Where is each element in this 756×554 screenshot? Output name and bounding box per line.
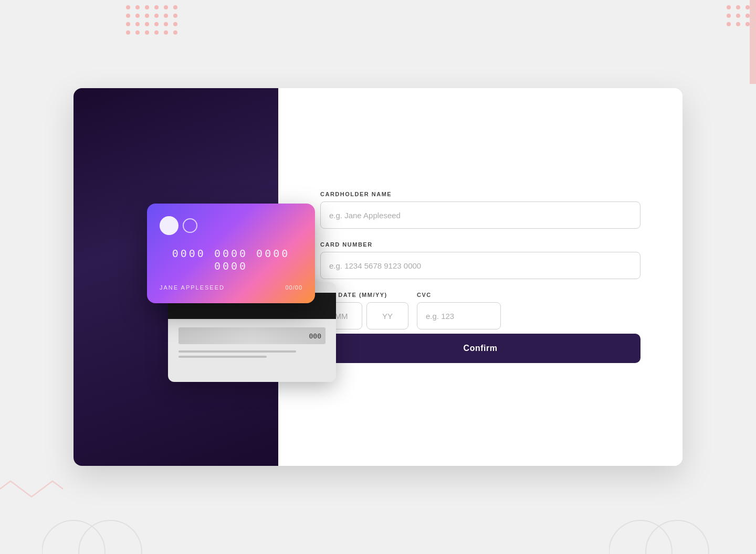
- decorative-circles-bottom-right: [609, 510, 714, 554]
- svg-point-0: [42, 520, 105, 554]
- cvc-input[interactable]: [417, 302, 501, 329]
- cvc-group: CVC: [417, 292, 501, 329]
- svg-point-1: [79, 520, 142, 554]
- cardholder-name-group: CARDHOLDER NAME: [320, 191, 640, 229]
- decorative-squiggle: [0, 478, 63, 502]
- card-bottom-info: JANE APPLESEED 00/00: [160, 284, 302, 291]
- cardholder-name-label: CARDHOLDER NAME: [320, 191, 640, 197]
- exp-cvc-row: EXP. DATE (MM/YY) CVC: [320, 292, 640, 329]
- decorative-circles-bottom-left: [42, 510, 147, 554]
- card-back-cvc-display: 000: [309, 332, 321, 340]
- card-expiry: 00/00: [285, 284, 302, 291]
- chip-circle-outline: [183, 218, 197, 233]
- card-number-label: CARD NUMBER: [320, 241, 640, 248]
- exp-year-input[interactable]: [366, 302, 408, 329]
- svg-point-2: [609, 520, 672, 554]
- svg-point-3: [646, 520, 709, 554]
- left-panel: 0000 0000 0000 0000 JANE APPLESEED 00/00…: [74, 88, 278, 466]
- main-card: 0000 0000 0000 0000 JANE APPLESEED 00/00…: [74, 88, 682, 466]
- card-number-group: CARD NUMBER: [320, 241, 640, 279]
- card-chip-area: [160, 216, 302, 235]
- cvc-label: CVC: [417, 292, 501, 298]
- card-back-lines: [178, 350, 326, 358]
- decorative-dots-right: [727, 5, 751, 26]
- card-back-sig-area: 000: [178, 327, 326, 344]
- card-back-sig-strip: 000: [178, 327, 326, 344]
- cardholder-name-input[interactable]: [320, 201, 640, 229]
- card-holder-name: JANE APPLESEED: [160, 284, 225, 291]
- credit-card-front: 0000 0000 0000 0000 JANE APPLESEED 00/00: [147, 204, 315, 303]
- confirm-button[interactable]: Confirm: [320, 334, 640, 363]
- decorative-dots-top: [126, 5, 178, 35]
- chip-circle-solid: [160, 216, 178, 235]
- right-panel: CARDHOLDER NAME CARD NUMBER EXP. DATE (M…: [278, 88, 682, 466]
- card-back-line-2: [178, 356, 267, 358]
- card-back-line-1: [178, 350, 296, 353]
- card-number-input[interactable]: [320, 252, 640, 279]
- card-number-display: 0000 0000 0000 0000: [160, 247, 302, 272]
